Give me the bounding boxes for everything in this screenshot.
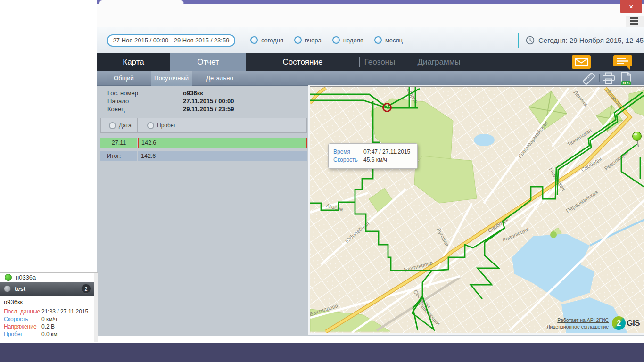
status-offline-icon (4, 285, 11, 292)
tab-diagrams[interactable]: Диаграммы (400, 53, 478, 71)
vehicle-panel-scrollbar[interactable] (94, 273, 98, 342)
map-canvas[interactable]: ЩорсаЛенинаНовиковаКрасноармейскаяТюменс… (310, 86, 644, 333)
divider (248, 74, 248, 83)
taskbar: 0 (0, 343, 644, 362)
map-background (310, 87, 644, 333)
report-content: Гос. номер о936кк Начало 27.11.2015 / 00… (97, 86, 644, 336)
stat-speed: Скорость 0 км/ч (4, 315, 98, 323)
license-link[interactable]: Лицензионное соглашение (547, 324, 609, 329)
print-icon[interactable] (602, 72, 615, 87)
today-label: Сегодня: 29 Ноября 2015, 12-45 (538, 36, 644, 44)
field-gos-number: Гос. номер о936кк (107, 90, 203, 98)
divider (327, 34, 327, 46)
column-date[interactable]: Дата (101, 118, 138, 132)
field-end: Конец 29.11.2015 / 23:59 (107, 106, 234, 114)
subtab-general[interactable]: Общий (97, 71, 151, 86)
quick-range-week[interactable]: неделя (332, 36, 363, 44)
vehicle-panel: н0336а test 2 о936кк Посл. данные 21:33 … (0, 272, 98, 342)
chat-message-icon[interactable] (613, 55, 632, 72)
divider (289, 37, 289, 44)
stat-mileage: Пробег 0.0 км (4, 330, 98, 338)
radio-icon[interactable] (109, 122, 116, 129)
subtab-detailed[interactable]: Детально (192, 71, 248, 86)
group-count-badge: 2 (81, 284, 91, 294)
stat-voltage: Напряжение 0.2 В (4, 323, 98, 330)
mail-icon[interactable] (572, 55, 591, 71)
radio-icon[interactable] (250, 36, 258, 44)
radio-icon[interactable] (147, 122, 154, 129)
tab-state[interactable]: Состояние (246, 53, 359, 71)
browser-toolbar (97, 4, 644, 27)
radio-icon[interactable] (374, 36, 382, 44)
selected-cell[interactable]: 142.6 (138, 138, 307, 148)
map-attribution: Работает на API 2ГИС Лицензионное соглаш… (547, 316, 640, 330)
tab-geozones[interactable]: Геозоны (360, 53, 400, 71)
divider (369, 37, 369, 44)
map-graphics: ЩорсаЛенинаНовиковаКрасноармейскаяТюменс… (310, 87, 644, 333)
divider (599, 74, 600, 82)
divider (618, 74, 618, 82)
vehicle-group-header[interactable]: test 2 (0, 282, 98, 296)
table-row[interactable]: 27.11 142.6 0 (100, 138, 329, 148)
tab-report[interactable]: Отчет (170, 53, 246, 71)
export-xls-icon[interactable]: XLS (620, 72, 632, 87)
vehicle-list-item[interactable]: н0336а (0, 273, 98, 282)
date-range-input[interactable]: 27 Ноя 2015 / 00:00 - 29 Ноя 2015 / 23:5… (107, 34, 235, 47)
table-total-row: Итог: 142.6 0 (100, 151, 329, 161)
xls-badge: XLS (621, 81, 631, 86)
2gis-logo: 2 (612, 316, 626, 330)
2gis-logo-text: GIS (627, 319, 640, 328)
column-mileage[interactable]: Пробег (138, 118, 306, 132)
quick-range-month[interactable]: месяц (374, 36, 403, 44)
table-header: Дата Пробег (100, 118, 307, 133)
divider (518, 33, 519, 48)
window-close-button[interactable]: ✕ (620, 0, 642, 13)
tab-map[interactable]: Карта (97, 53, 170, 71)
quick-range-group: сегодня вчера неделя месяц (250, 33, 403, 47)
divider (478, 57, 478, 67)
vehicle-name[interactable]: о936кк (4, 298, 98, 305)
radio-icon[interactable] (294, 36, 302, 44)
quick-range-yesterday[interactable]: вчера (294, 36, 322, 44)
current-datetime: Сегодня: 29 Ноября 2015, 12-45 (518, 27, 644, 53)
quick-range-today[interactable]: сегодня (250, 36, 283, 44)
ruler-icon[interactable] (581, 72, 596, 88)
main-navbar: Карта Отчет Состояние Геозоны Диаграммы (97, 53, 644, 71)
vehicle-details: о936кк Посл. данные 21:33 / 27.11.2015 С… (0, 296, 98, 338)
stat-last-data: Посл. данные 21:33 / 27.11.2015 (4, 308, 98, 315)
radio-icon[interactable] (332, 36, 340, 44)
clock-icon (526, 36, 535, 45)
field-start: Начало 27.11.2015 / 00:00 (107, 98, 234, 106)
map-tooltip: Время 07:47 / 27.11.2015 Скорость 45.6 к… (328, 143, 418, 169)
report-subnav: Общий Посуточный Детально XLS (97, 71, 644, 86)
api-2gis-link[interactable]: Работает на API 2ГИС (557, 317, 609, 323)
screen: ✕ 27 Ноя 2015 / 00:00 - 29 Ноя 2015 / 23… (0, 0, 644, 362)
hamburger-menu-icon[interactable] (630, 17, 640, 25)
subtab-daily[interactable]: Посуточный (151, 71, 192, 86)
status-online-icon (5, 274, 12, 281)
